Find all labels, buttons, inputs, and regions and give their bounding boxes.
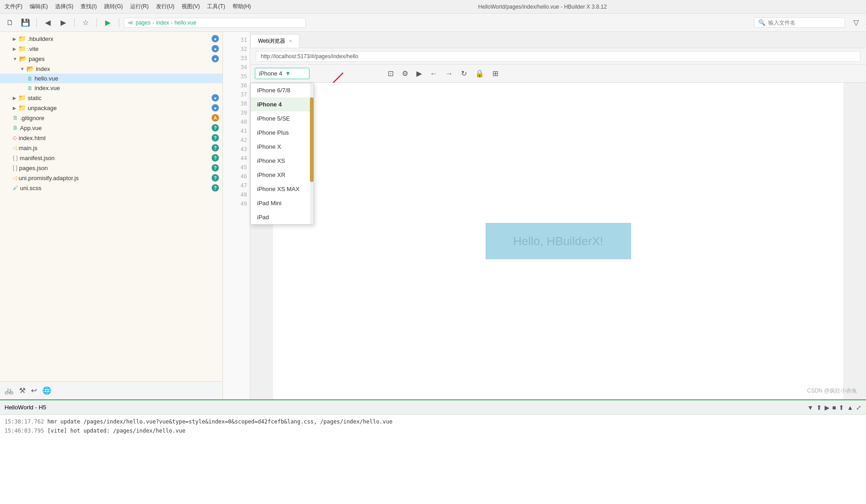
filter-button[interactable]: ▽ [850,16,862,29]
device-option-iphoneplus[interactable]: iPhone Plus [251,126,314,140]
device-option-iphonex[interactable]: iPhone X [251,140,314,154]
save-button[interactable]: 💾 [19,16,32,29]
tree-item-uni-promisify[interactable]: ◁ uni.promisify.adaptor.js ? [0,173,223,183]
dropdown-arrow-icon: ▼ [285,70,291,77]
search-icon: 🔍 [758,19,765,26]
tree-item-index-vue[interactable]: 🗎 index.vue [0,83,223,93]
tree-label: .hbuilderx [28,35,53,42]
tree-item-hbuilderx[interactable]: ▶ 📁 .hbuilderx ● [0,34,223,44]
breadcrumb-index[interactable]: index [156,20,169,26]
nav-back-button[interactable]: ← [427,68,440,80]
refresh-button[interactable]: ↻ [458,67,470,80]
console-collapse-btn[interactable]: ▲ [847,404,853,411]
sidebar-btn-2[interactable]: ⚒ [19,386,25,395]
tree-item-gitignore[interactable]: 🗎 .gitignore A [0,113,223,123]
search-input[interactable] [768,20,841,26]
folder-icon: 📁 [18,94,26,101]
device-option-iphone4[interactable]: iPhone 4 [251,97,314,111]
terminal-button[interactable]: ▶ [414,67,425,80]
tree-item-hello-vue[interactable]: 🗎 hello.vue [0,74,223,83]
tree-item-static[interactable]: ▶ 📁 static ● [0,93,223,103]
settings-button[interactable]: ⚙ [399,67,411,80]
browser-toolbar: iPhone 4 ▼ iPhone 6/7/8 iPhone 4 iPhone … [250,65,866,83]
url-input[interactable]: http://localhost:5173/#/pages/index/hell… [256,51,861,62]
menu-item[interactable]: 工具(T) [207,3,225,10]
tree-item-uni-scss[interactable]: 🖋 uni.scss ? [0,183,223,193]
scss-file-icon: 🖋 [13,185,18,191]
forward-button[interactable]: ▶ [57,16,70,29]
device-option-ipad[interactable]: iPad [251,210,314,224]
menu-item[interactable]: 运行(R) [130,3,149,10]
device-option-iphonexsmax[interactable]: iPhone XS MAX [251,182,314,196]
web-browser-tab[interactable]: Web浏览器 × [250,34,299,48]
tree-label: .gitignore [20,115,44,121]
breadcrumb-file[interactable]: hello.vue [174,20,196,26]
tree-label: .vite [28,45,39,52]
tree-label: pages.json [19,165,48,171]
tree-label: index.html [19,135,46,141]
tree-label: pages [29,55,45,62]
breadcrumb-icon: ≪ [128,20,134,26]
console-maximize-btn[interactable]: ⤢ [856,404,861,411]
console-down-btn[interactable]: ▼ [807,404,814,411]
tree-item-main-js[interactable]: ◁ main.js ? [0,143,223,153]
menu-item[interactable]: 视图(V) [182,3,200,10]
menu-item[interactable]: 发行(U) [156,3,175,10]
chevron-icon: ▼ [13,56,17,61]
tab-label: Web浏览器 [258,37,285,45]
status-badge: ● [212,45,219,52]
lock-button[interactable]: 🔒 [472,67,487,80]
tree-item-manifest[interactable]: { } manifest.json ? [0,153,223,163]
toolbar-sep1 [36,18,37,27]
console-upload-btn[interactable]: ⬆ [816,404,822,411]
tree-item-vite[interactable]: ▶ 📁 .vite ● [0,44,223,54]
app-root: const d0 = JSON.parse(document.getElemen… [0,0,866,504]
log-time-2: 15:46:03.795 [5,428,44,434]
tree-item-pages-json[interactable]: [ ] pages.json ? [0,163,223,173]
menu-item[interactable]: 文件(F) [5,3,22,10]
menu-item[interactable]: 帮助(H) [233,3,251,10]
toolbar-sep2 [74,18,75,27]
tree-item-unpackage[interactable]: ▶ 📁 unpackage ● [0,103,223,113]
sidebar-btn-3[interactable]: ↩ [31,386,37,395]
chevron-icon: ▶ [13,96,16,101]
file-tree-content: ▶ 📁 .hbuilderx ● ▶ 📁 .vite ● ▼ [0,32,223,381]
menu-item[interactable]: 跳转(G) [104,3,123,10]
tab-close-button[interactable]: × [289,39,292,44]
tree-item-index-html[interactable]: ◇ index.html ? [0,133,223,143]
tree-item-pages[interactable]: ▼ 📂 pages ● [0,54,223,64]
console-run-btn[interactable]: ▶ [825,404,830,411]
run-button[interactable]: ▶ [101,16,114,29]
nav-forward-button[interactable]: → [443,68,456,80]
device-option-iphone5se[interactable]: iPhone 5/SE [251,111,314,126]
dropdown-scrollbar[interactable] [310,83,314,224]
device-selector[interactable]: iPhone 4 ▼ [255,68,309,79]
vue-file-icon: 🗎 [13,125,18,131]
back-button[interactable]: ◀ [41,16,54,29]
status-badge: ? [212,184,219,192]
sidebar-btn-1[interactable]: 🚲 [5,386,14,395]
grid-button[interactable]: ⊞ [490,67,501,80]
tree-label: App.vue [20,125,42,131]
console-stop-btn[interactable]: ■ [832,404,836,411]
breadcrumb-pages[interactable]: pages [136,20,151,26]
star-button[interactable]: ☆ [79,16,92,29]
menu-item[interactable]: 选择(S) [55,3,73,10]
chevron-icon: ▶ [13,46,16,51]
menu-item[interactable]: 编辑(E) [30,3,48,10]
log-text-2: [vite] hot updated: /pages/index/hello.v… [47,428,185,434]
console-export-btn[interactable]: ⬆ [839,404,844,411]
console-area: HelloWorld - H5 ▼ ⬆ ▶ ■ ⬆ ▲ ⤢ 15:38:17.7… [0,399,866,504]
device-option-iphone678[interactable]: iPhone 6/7/8 [251,83,314,97]
device-option-iphonexs[interactable]: iPhone XS [251,154,314,168]
tree-item-app-vue[interactable]: 🗎 App.vue ? [0,123,223,133]
menu-bar: const d0 = JSON.parse(document.getElemen… [5,3,251,10]
new-file-button[interactable]: 🗋 [4,16,16,29]
device-option-iphonexr[interactable]: iPhone XR [251,168,314,182]
nav-expand-button[interactable]: ⊡ [385,67,396,80]
menu-item[interactable]: 查找(I) [81,3,96,10]
device-option-ipadmini[interactable]: iPad Mini [251,196,314,210]
tree-item-index[interactable]: ▼ 📂 index [0,64,223,74]
tree-label: static [28,95,41,101]
sidebar-btn-4[interactable]: 🌐 [42,386,51,395]
